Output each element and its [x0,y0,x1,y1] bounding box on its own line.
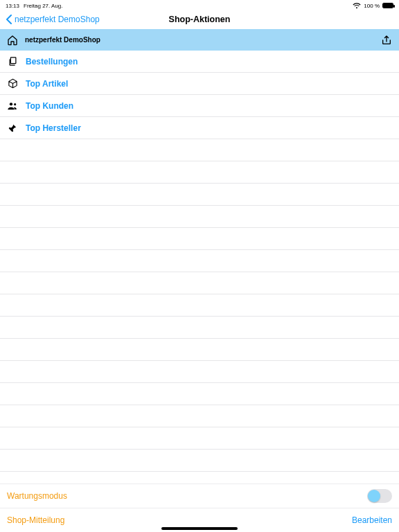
status-time: 13:13 [6,3,19,9]
status-bar: 13:13 Freitag 27. Aug. 100 % [0,0,399,10]
section-title: netzperfekt DemoShop [25,36,100,44]
menu-item-brands[interactable]: Top Hersteller [0,117,399,139]
chevron-left-icon [6,15,12,24]
shop-message-label: Shop-Mitteilung [7,515,64,525]
box-icon [7,78,18,89]
back-button[interactable]: netzperfekt DemoShop [6,15,100,24]
battery-icon [382,3,393,8]
battery-percent: 100 % [364,3,380,9]
section-header: netzperfekt DemoShop [0,29,399,51]
edit-button[interactable]: Bearbeiten [352,515,392,525]
empty-area [0,139,399,484]
copy-icon [7,56,18,67]
maintenance-label: Wartungsmodus [7,491,67,501]
footer: Wartungsmodus Shop-Mitteilung Bearbeiten [0,484,399,532]
menu-label: Top Artikel [26,79,68,89]
menu-item-orders[interactable]: Bestellungen [0,51,399,73]
menu-item-customers[interactable]: Top Kunden [0,95,399,117]
pin-icon [7,123,18,134]
wifi-icon [353,3,361,9]
nav-bar: netzperfekt DemoShop Shop-Aktionen [0,10,399,29]
status-date: Freitag 27. Aug. [24,3,62,9]
menu-label: Top Kunden [26,101,73,111]
back-label: netzperfekt DemoShop [15,15,100,24]
svg-rect-0 [10,57,16,64]
menu-label: Bestellungen [26,57,78,66]
svg-point-1 [10,103,12,105]
maintenance-toggle[interactable] [367,489,392,503]
home-icon [7,35,18,46]
menu-label: Top Hersteller [26,123,81,133]
maintenance-row: Wartungsmodus [0,484,399,508]
svg-point-2 [14,103,16,105]
users-icon [7,100,18,112]
share-icon[interactable] [381,35,392,46]
menu-item-articles[interactable]: Top Artikel [0,73,399,95]
home-indicator [161,527,238,530]
menu-list: Bestellungen Top Artikel Top Kunden Top … [0,51,399,139]
